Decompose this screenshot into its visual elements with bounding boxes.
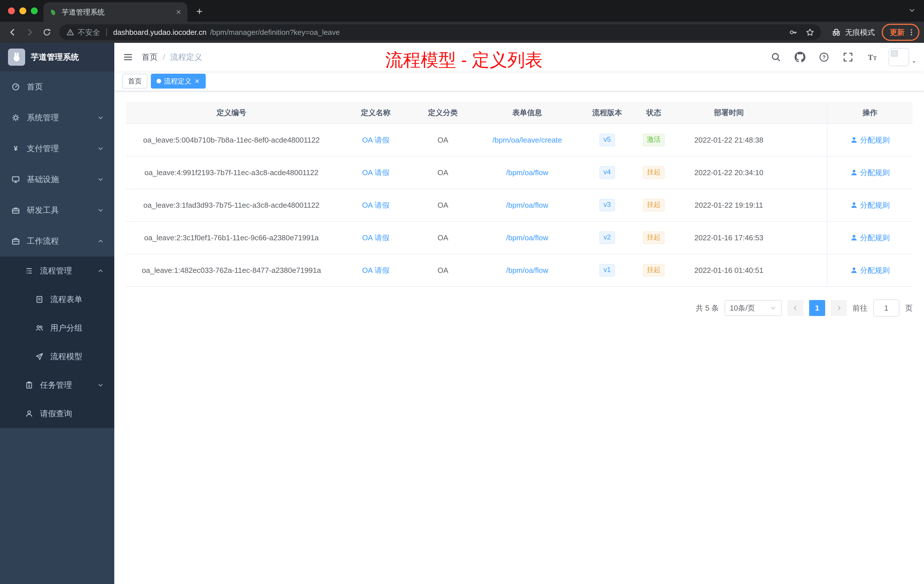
page-content: 定义编号 定义名称 定义分类 表单信息 流程版本 状态 部署时间 操作 oa_l…	[114, 91, 924, 584]
prev-page-button[interactable]	[787, 300, 804, 316]
deploy-time: 2022-01-22 20:34:10	[694, 168, 763, 177]
logo-rabbit-avatar	[8, 49, 25, 66]
version-badge: v1	[599, 264, 615, 277]
tag-home[interactable]: 首页	[122, 74, 147, 89]
tag-process-definition[interactable]: 流程定义	[151, 74, 206, 89]
sidebar-item-process-management[interactable]: 流程管理	[0, 257, 114, 285]
github-icon[interactable]	[790, 48, 810, 67]
definition-category: OA	[437, 168, 448, 177]
definition-name-link[interactable]: OA 请假	[362, 135, 389, 145]
breadcrumb-home[interactable]: 首页	[142, 52, 158, 63]
url-path: /bpm/manager/definition?key=oa_leave	[210, 28, 340, 37]
address-bar[interactable]: 不安全 dashboard.yudao.iocoder.cn /bpm/mana…	[59, 24, 821, 40]
close-window-button[interactable]	[8, 7, 15, 14]
user-icon	[850, 201, 858, 209]
user-avatar[interactable]	[889, 48, 917, 66]
search-icon[interactable]	[766, 48, 786, 67]
definition-name-link[interactable]: OA 请假	[362, 168, 389, 178]
sidebar-item-label: 用户分组	[50, 323, 104, 333]
assign-rule-link[interactable]: 分配规则	[850, 168, 890, 178]
form-link[interactable]: /bpm/oa/flow	[506, 233, 548, 242]
breadcrumb-separator: /	[163, 53, 165, 62]
sidebar-submenu-workflow: 流程管理 流程表单 用户分组 流程模型 任务管理	[0, 257, 114, 428]
assign-rule-label: 分配规则	[860, 266, 890, 276]
table-header: 定义编号 定义名称 定义分类 表单信息 流程版本 状态 部署时间 操作	[126, 102, 912, 124]
back-button[interactable]	[5, 24, 21, 40]
sidebar-logo[interactable]: 芋道管理系统	[0, 43, 114, 71]
sidebar-item-payment[interactable]: 支付管理	[0, 133, 114, 164]
kebab-menu-icon[interactable]	[908, 28, 916, 36]
sidebar-item-process-model[interactable]: 流程模型	[0, 342, 114, 371]
navbar-actions	[766, 48, 924, 67]
font-size-icon[interactable]	[862, 48, 882, 67]
sidebar-item-system[interactable]: 系统管理	[0, 102, 114, 133]
assign-rule-link[interactable]: 分配规则	[850, 233, 890, 243]
sidebar-item-label: 流程模型	[50, 351, 104, 362]
tab-title: 芋道管理系统	[62, 7, 171, 17]
forward-button[interactable]	[22, 24, 38, 40]
next-page-button[interactable]	[831, 300, 847, 316]
minimize-window-button[interactable]	[20, 7, 26, 14]
sidebar-item-process-form[interactable]: 流程表单	[0, 285, 114, 314]
assign-rule-link[interactable]: 分配规则	[850, 135, 890, 145]
form-link[interactable]: /bpm/oa/leave/create	[493, 136, 562, 145]
key-icon[interactable]	[789, 28, 798, 36]
assign-rule-label: 分配规则	[860, 168, 890, 178]
window-controls	[8, 0, 38, 22]
goto-unit: 页	[905, 303, 912, 313]
user-icon	[850, 267, 858, 274]
column-header-name: 定义名称	[337, 102, 414, 124]
help-icon[interactable]	[814, 48, 834, 67]
reload-button[interactable]	[39, 24, 55, 40]
sidebar-item-label: 任务管理	[40, 380, 90, 391]
page-size-select[interactable]: 10条/页	[724, 300, 782, 316]
sidebar-item-task-management[interactable]: 任务管理	[0, 371, 114, 399]
sidebar-item-devtools[interactable]: 研发工具	[0, 195, 114, 226]
update-browser-button[interactable]: 更新	[882, 24, 919, 41]
tag-close-icon[interactable]	[194, 78, 200, 84]
fullscreen-icon[interactable]	[838, 48, 858, 67]
form-link[interactable]: /bpm/oa/flow	[506, 201, 548, 210]
sidebar-item-infrastructure[interactable]: 基础设施	[0, 164, 114, 195]
definition-name-link[interactable]: OA 请假	[362, 233, 389, 243]
definition-category: OA	[437, 266, 448, 275]
definition-id: oa_leave:3:1fad3d93-7b75-11ec-a3c8-acde4…	[144, 201, 319, 210]
tab-search-chevron-icon[interactable]	[908, 6, 916, 14]
goto-page-input[interactable]	[873, 299, 899, 317]
browser-tab[interactable]: 芋道管理系统	[43, 2, 187, 22]
sidebar-item-leave-query[interactable]: 请假查询	[0, 399, 114, 428]
sidebar-item-home[interactable]: 首页	[0, 71, 114, 102]
status-badge: 挂起	[643, 166, 665, 179]
chevron-up-icon	[97, 267, 104, 274]
assign-rule-label: 分配规则	[860, 200, 890, 210]
bookmark-star-icon[interactable]	[806, 28, 814, 36]
sidebar-item-workflow[interactable]: 工作流程	[0, 226, 114, 257]
assign-rule-link[interactable]: 分配规则	[850, 200, 890, 210]
definition-table: 定义编号 定义名称 定义分类 表单信息 流程版本 状态 部署时间 操作 oa_l…	[126, 102, 912, 287]
definition-name-link[interactable]: OA 请假	[362, 200, 389, 210]
tab-close-icon[interactable]	[175, 9, 182, 15]
page-number-button[interactable]: 1	[809, 300, 825, 316]
sidebar-item-user-group[interactable]: 用户分组	[0, 314, 114, 342]
table-row: oa_leave:5:004b710b-7b8a-11ec-8ef0-acde4…	[126, 124, 912, 157]
definition-category: OA	[437, 233, 448, 242]
users-icon	[35, 324, 43, 332]
chevron-up-icon	[97, 238, 104, 244]
clipboard-icon	[25, 381, 33, 389]
gear-icon	[12, 114, 20, 122]
maximize-window-button[interactable]	[31, 7, 38, 14]
definition-name-link[interactable]: OA 请假	[362, 266, 389, 276]
deploy-time: 2022-01-22 19:19:11	[695, 201, 763, 210]
form-link[interactable]: /bpm/oa/flow	[506, 168, 548, 177]
deploy-time: 2022-01-16 17:46:53	[694, 233, 763, 242]
status-badge: 挂起	[643, 199, 665, 211]
column-header-id: 定义编号	[126, 102, 337, 124]
sidebar-item-label: 系统管理	[27, 112, 90, 123]
form-link[interactable]: /bpm/oa/flow	[506, 266, 548, 275]
new-tab-button[interactable]	[192, 4, 207, 19]
sidebar-item-label: 流程管理	[40, 266, 90, 276]
browser-tabstrip: 芋道管理系统	[0, 0, 924, 22]
column-header-category: 定义分类	[414, 102, 472, 124]
assign-rule-link[interactable]: 分配规则	[850, 266, 890, 276]
hamburger-icon[interactable]	[114, 43, 142, 71]
